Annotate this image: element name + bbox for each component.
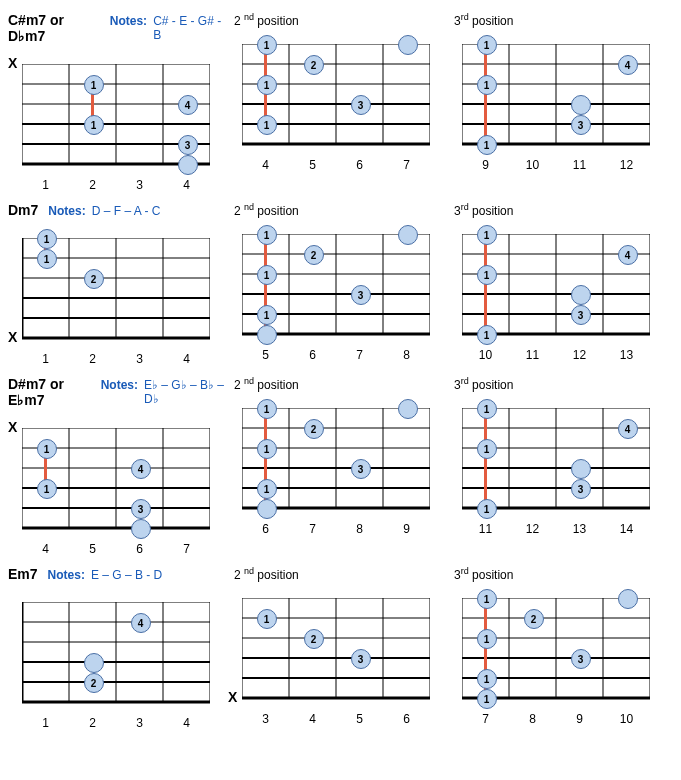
fret-number: 11	[462, 522, 509, 536]
position-label: 3rd position	[454, 202, 513, 218]
finger-marker: 1	[477, 135, 497, 155]
chord-diagram: X112	[22, 228, 210, 348]
fret-number: 7	[462, 712, 509, 726]
fret-number: 6	[289, 348, 336, 362]
finger-marker: 3	[351, 95, 371, 115]
fret-number: 4	[163, 178, 210, 192]
finger-marker: 1	[37, 439, 57, 459]
finger-marker: 1	[257, 75, 277, 95]
fret-number: 11	[556, 158, 603, 172]
finger-marker: 4	[618, 245, 638, 265]
fret-numbers: 78910	[462, 712, 650, 726]
chord-position: 2 nd positionX1233456	[228, 566, 448, 726]
finger-marker	[257, 499, 277, 519]
finger-marker: 1	[477, 225, 497, 245]
finger-marker: 3	[178, 135, 198, 155]
finger-marker: 1	[477, 265, 497, 285]
fret-numbers: 3456	[242, 712, 430, 726]
finger-marker: 4	[618, 55, 638, 75]
finger-marker	[571, 95, 591, 115]
finger-marker: 1	[477, 629, 497, 649]
mute-indicator: X	[228, 689, 237, 705]
chord-position: D#m7 or E♭m7Notes:E♭ – G♭ – B♭ – D♭X1413…	[8, 376, 228, 556]
position-label: 3rd position	[454, 376, 513, 392]
finger-marker: 1	[257, 225, 277, 245]
chord-position: 2 nd position121314567	[228, 12, 448, 172]
fret-number: 7	[336, 348, 383, 362]
finger-marker	[398, 35, 418, 55]
finger-marker: 1	[84, 115, 104, 135]
chord-row: C#m7 or D♭m7Notes:C# - E - G# - BX114312…	[8, 12, 673, 192]
fret-number: 11	[509, 348, 556, 362]
fret-number: 12	[603, 158, 650, 172]
fret-number: 7	[383, 158, 430, 172]
fret-number: 1	[22, 352, 69, 366]
finger-marker: 4	[131, 459, 151, 479]
finger-marker: 2	[304, 629, 324, 649]
notes-label: Notes:	[48, 204, 85, 218]
chord-position: C#m7 or D♭m7Notes:C# - E - G# - BX114312…	[8, 12, 228, 192]
finger-marker	[131, 519, 151, 539]
title-line: Dm7Notes:D – F – A - C	[8, 202, 228, 224]
finger-marker: 1	[477, 325, 497, 345]
finger-marker	[84, 653, 104, 673]
chord-diagram-sheet: C#m7 or D♭m7Notes:C# - E - G# - BX114312…	[8, 12, 673, 730]
fret-number: 13	[556, 522, 603, 536]
fret-number: 7	[163, 542, 210, 556]
chord-position: 3rd position141319101112	[448, 12, 668, 172]
fret-number: 10	[603, 712, 650, 726]
title-line: C#m7 or D♭m7Notes:C# - E - G# - B	[8, 12, 228, 50]
finger-marker: 1	[477, 689, 497, 709]
chord-position: Dm7Notes:D – F – A - CX1121234	[8, 202, 228, 366]
title-line: 3rd position	[448, 202, 668, 220]
finger-marker: 3	[571, 115, 591, 135]
fret-number: 5	[289, 158, 336, 172]
chord-position: 3rd position1413111121314	[448, 376, 668, 536]
chord-diagram: 14131	[462, 34, 650, 154]
notes-label: Notes:	[110, 14, 147, 28]
fret-number: 14	[603, 522, 650, 536]
fret-number: 2	[69, 178, 116, 192]
chord-name: D#m7 or E♭m7	[8, 376, 91, 408]
finger-marker: 2	[304, 419, 324, 439]
chord-position: 2 nd position121316789	[228, 376, 448, 536]
fret-numbers: 4567	[22, 542, 210, 556]
finger-marker	[178, 155, 198, 175]
fret-number: 2	[69, 352, 116, 366]
fret-number: 5	[69, 542, 116, 556]
finger-marker: 1	[477, 439, 497, 459]
finger-marker: 4	[178, 95, 198, 115]
chord-diagram: 42	[22, 592, 210, 712]
fret-numbers: 1234	[22, 716, 210, 730]
title-line: 3rd position	[448, 12, 668, 30]
title-line: 2 nd position	[228, 376, 448, 394]
finger-marker: 1	[257, 439, 277, 459]
finger-marker: 1	[37, 229, 57, 249]
fret-number: 12	[509, 522, 556, 536]
finger-marker: 3	[571, 649, 591, 669]
finger-marker: 3	[571, 305, 591, 325]
finger-marker: 1	[257, 265, 277, 285]
chord-name: Dm7	[8, 202, 38, 218]
fret-number: 10	[462, 348, 509, 362]
fret-number: 7	[289, 522, 336, 536]
chord-diagram: 14131	[462, 398, 650, 518]
fret-numbers: 5678	[242, 348, 430, 362]
position-label: 2 nd position	[234, 566, 299, 582]
fret-number: 9	[383, 522, 430, 536]
fret-number: 10	[509, 158, 556, 172]
title-line: 2 nd position	[228, 202, 448, 220]
fret-numbers: 10111213	[462, 348, 650, 362]
finger-marker: 1	[477, 499, 497, 519]
fret-number: 2	[69, 716, 116, 730]
fret-number: 3	[116, 352, 163, 366]
fret-number: 1	[22, 178, 69, 192]
fret-numbers: 1234	[22, 352, 210, 366]
finger-marker: 1	[37, 249, 57, 269]
chord-row: Dm7Notes:D – F – A - CX11212342 nd posit…	[8, 202, 673, 366]
finger-marker	[398, 225, 418, 245]
finger-marker: 2	[524, 609, 544, 629]
finger-marker: 2	[84, 269, 104, 289]
fret-number: 6	[336, 158, 383, 172]
notes-text: E – G – B - D	[91, 568, 162, 582]
